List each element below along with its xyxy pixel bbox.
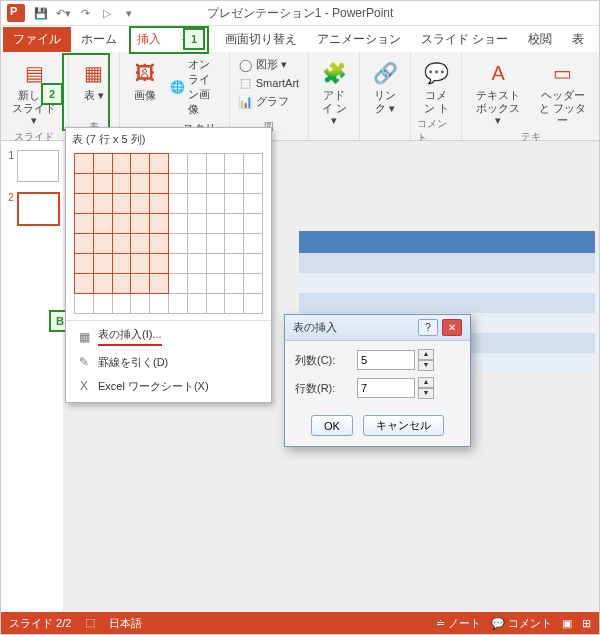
thumbnail-1[interactable]: 1: [4, 150, 60, 182]
thumb-preview: [17, 192, 60, 226]
thumbnail-2[interactable]: 2: [4, 192, 60, 226]
tab-home[interactable]: ホーム: [71, 27, 127, 52]
comments-label: コメン ト: [421, 89, 451, 114]
group-addins: 🧩 アドイ ン ▾: [309, 52, 360, 140]
annotation-badge-1: 1: [183, 28, 205, 50]
links-button[interactable]: 🔗 リンク ▾: [366, 56, 404, 117]
excel-icon: X: [76, 378, 92, 394]
comments-icon: 💬: [421, 59, 451, 87]
draw-table-icon: ✎: [76, 354, 92, 370]
table-icon: ▦: [79, 59, 109, 87]
title-bar: 💾 ↶▾ ↷ ▷ ▾ プレゼンテーション1 - PowerPoint: [1, 1, 599, 26]
images-button[interactable]: 🖼 画像: [126, 56, 164, 105]
tab-slideshow[interactable]: スライド ショー: [411, 27, 518, 52]
images-icon: 🖼: [130, 59, 160, 87]
ok-button[interactable]: OK: [311, 415, 353, 436]
links-icon: 🔗: [370, 59, 400, 87]
undo-icon[interactable]: ↶▾: [55, 5, 71, 21]
headerfooter-icon: ▭: [548, 59, 578, 87]
cols-input[interactable]: [357, 350, 415, 370]
shapes-icon: ◯: [239, 58, 253, 72]
save-icon[interactable]: 💾: [33, 5, 49, 21]
online-images-button[interactable]: 🌐オンライン画像: [168, 56, 223, 118]
slideshow-icon[interactable]: ▷: [99, 5, 115, 21]
thumb-preview: [17, 150, 59, 182]
cancel-button[interactable]: キャンセル: [363, 415, 444, 436]
table-size-grid[interactable]: [74, 153, 263, 314]
cols-spin-up[interactable]: ▲: [418, 349, 434, 360]
tab-animations[interactable]: アニメーション: [307, 27, 411, 52]
table-label: 表 ▾: [84, 89, 104, 102]
window-title: プレゼンテーション1 - PowerPoint: [207, 5, 394, 22]
rows-spin-up[interactable]: ▲: [418, 377, 434, 388]
addins-button[interactable]: 🧩 アドイ ン ▾: [315, 56, 353, 130]
slide-thumbnails: 1 2: [1, 141, 64, 612]
notes-button[interactable]: ≐ ノート: [436, 616, 481, 631]
smartart-button[interactable]: ⬚SmartArt: [236, 75, 302, 91]
chart-button[interactable]: 📊グラフ: [236, 93, 302, 110]
tab-review[interactable]: 校閲: [518, 27, 562, 52]
dialog-title: 表の挿入: [293, 320, 337, 335]
addins-label: アドイ ン ▾: [319, 89, 349, 127]
close-button[interactable]: ✕: [442, 319, 462, 336]
powerpoint-icon: [7, 4, 25, 22]
tab-insert[interactable]: 挿入: [127, 27, 171, 52]
view-sorter-icon[interactable]: ⊞: [582, 617, 591, 630]
group-links: 🔗 リンク ▾: [360, 52, 411, 140]
shapes-label: 図形 ▾: [256, 57, 287, 72]
table-dropdown: 表 (7 行 x 5 列) ▦ 表の挿入(I)... ✎ 罫線を引く(D) X …: [65, 127, 272, 403]
images-label: 画像: [134, 89, 156, 102]
annotation-badge-2: 2: [41, 83, 63, 105]
online-images-icon: 🌐: [171, 80, 185, 94]
qat-customize-icon[interactable]: ▾: [121, 5, 137, 21]
thumb-number: 2: [4, 192, 14, 226]
thumb-number: 1: [4, 150, 14, 182]
insert-table-dialog: 表の挿入 ? ✕ 列数(C): ▲▼ 行数(R): ▲▼ OK キャンセル: [284, 314, 471, 447]
comments-status-button[interactable]: 💬 コメント: [491, 616, 552, 631]
status-bar: スライド 2/2 ⬚ 日本語 ≐ ノート 💬 コメント ▣ ⊞: [1, 612, 599, 634]
textbox-button[interactable]: A テキスト ボックス ▾: [468, 56, 528, 130]
insert-table-icon: ▦: [76, 329, 92, 345]
ribbon-tabs: ファイル ホーム 挿入 イン 画面切り替え アニメーション スライド ショー 校…: [1, 26, 599, 52]
rows-spin-down[interactable]: ▼: [418, 388, 434, 399]
notes-label: ノート: [448, 617, 481, 629]
tab-transitions[interactable]: 画面切り替え: [215, 27, 307, 52]
app-window: 💾 ↶▾ ↷ ▷ ▾ プレゼンテーション1 - PowerPoint ファイル …: [0, 0, 600, 635]
chart-icon: 📊: [239, 95, 253, 109]
slide-counter: スライド 2/2: [9, 616, 71, 631]
quick-access-toolbar: 💾 ↶▾ ↷ ▷ ▾: [33, 5, 137, 21]
redo-icon[interactable]: ↷: [77, 5, 93, 21]
rows-label: 行数(R):: [295, 381, 353, 396]
comments-status-label: コメント: [508, 617, 552, 629]
rows-input[interactable]: [357, 378, 415, 398]
view-normal-icon[interactable]: ▣: [562, 617, 572, 630]
tab-view[interactable]: 表: [562, 27, 594, 52]
online-images-label: オンライン画像: [188, 57, 220, 117]
tab-file[interactable]: ファイル: [3, 27, 71, 52]
group-text: A テキスト ボックス ▾ ▭ ヘッダーと フッター テキ: [462, 52, 599, 140]
cols-spin-down[interactable]: ▼: [418, 360, 434, 371]
menu-excel-sheet[interactable]: X Excel ワークシート(X): [66, 374, 271, 398]
group-comments: 💬 コメン ト コメント: [411, 52, 462, 140]
shapes-button[interactable]: ◯図形 ▾: [236, 56, 302, 73]
smartart-icon: ⬚: [239, 76, 253, 90]
help-button[interactable]: ?: [418, 319, 438, 336]
headerfooter-button[interactable]: ▭ ヘッダーと フッター: [532, 56, 593, 130]
dialog-titlebar: 表の挿入 ? ✕: [285, 315, 470, 341]
language-label: 日本語: [109, 616, 142, 631]
lang-icon: ⬚: [85, 616, 95, 631]
dropdown-title: 表 (7 行 x 5 列): [66, 128, 271, 151]
cols-label: 列数(C):: [295, 353, 353, 368]
menu-excel-sheet-label: Excel ワークシート(X): [98, 379, 209, 394]
textbox-label: テキスト ボックス ▾: [472, 89, 524, 127]
textbox-icon: A: [483, 59, 513, 87]
addins-icon: 🧩: [319, 59, 349, 87]
comments-button[interactable]: 💬 コメン ト: [417, 56, 455, 117]
headerfooter-label: ヘッダーと フッター: [536, 89, 589, 127]
menu-draw-table[interactable]: ✎ 罫線を引く(D): [66, 350, 271, 374]
smartart-label: SmartArt: [256, 77, 299, 89]
links-label: リンク ▾: [370, 89, 400, 114]
table-button[interactable]: ▦ 表 ▾: [75, 56, 113, 105]
menu-draw-table-label: 罫線を引く(D): [98, 355, 168, 370]
menu-insert-table[interactable]: ▦ 表の挿入(I)...: [66, 323, 271, 350]
